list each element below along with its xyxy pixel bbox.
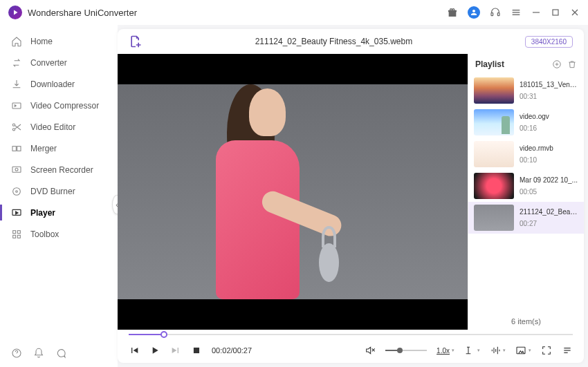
playlist-item-duration: 00:05	[520, 188, 578, 196]
chevron-down-icon: ▾	[477, 348, 480, 353]
playlist-item-name: 211124_02_Beau...	[520, 208, 578, 216]
playlist-thumbnail	[474, 109, 514, 135]
nav-label: DVD Burner	[30, 187, 75, 196]
converter-icon	[11, 57, 22, 68]
svg-rect-13	[17, 146, 21, 151]
volume-slider[interactable]	[385, 350, 427, 351]
headset-icon[interactable]	[490, 7, 501, 18]
next-button[interactable]	[170, 345, 181, 356]
toolbox-icon	[11, 229, 22, 240]
titlebar: Wondershare UniConverter	[0, 0, 588, 25]
playlist-item-name: 181015_13_Venic...	[520, 81, 578, 88]
playlist-thumbnail	[474, 173, 514, 199]
playlist-item-name: video.ogv	[520, 113, 549, 120]
playlist-item[interactable]: 181015_13_Venic...00:31	[468, 75, 584, 106]
nav-home[interactable]: Home	[0, 30, 118, 52]
nav-downloader[interactable]: Downloader	[0, 73, 118, 95]
help-icon[interactable]	[11, 348, 22, 359]
recorder-icon	[11, 164, 22, 176]
chevron-down-icon: ▾	[452, 348, 454, 353]
playlist-title: Playlist	[475, 59, 504, 69]
app-logo	[8, 6, 22, 19]
mute-icon[interactable]	[365, 345, 376, 356]
nav-label: Home	[30, 37, 53, 46]
nav-label: Toolbox	[30, 229, 59, 239]
home-icon	[11, 36, 22, 47]
svg-rect-0	[491, 13, 493, 16]
app-title: Wondershare UniConverter	[28, 8, 137, 18]
feedback-icon[interactable]	[55, 348, 66, 359]
playlist-item[interactable]: 211124_02_Beau...00:27	[468, 202, 584, 234]
playlist-trash-icon[interactable]	[567, 59, 577, 69]
nav-recorder[interactable]: Screen Recorder	[0, 159, 118, 180]
nav-compressor[interactable]: Video Compressor	[0, 95, 118, 116]
playlist-item[interactable]: Mar 09 2022 10_...00:05	[468, 170, 584, 202]
fullscreen-button[interactable]	[541, 345, 552, 356]
time-label: 00:02/00:27	[212, 346, 252, 355]
compressor-icon	[11, 100, 22, 111]
nav-label: Converter	[30, 58, 67, 68]
svg-point-17	[16, 190, 18, 192]
equalizer-button[interactable]	[490, 345, 501, 356]
account-icon[interactable]	[468, 6, 480, 19]
nav-label: Video Compressor	[30, 101, 99, 111]
download-icon	[11, 79, 22, 90]
stop-button[interactable]	[191, 345, 202, 356]
nav-editor[interactable]: Video Editor	[0, 116, 118, 138]
video-viewport[interactable]	[118, 54, 468, 330]
video-frame	[118, 84, 468, 299]
snapshot-button[interactable]	[515, 345, 526, 356]
progress-bar[interactable]	[129, 331, 573, 338]
playlist-footer: 6 item(s)	[468, 313, 584, 330]
playlist-item[interactable]: video.rmvb00:10	[468, 138, 584, 170]
playlist-item-name: Mar 09 2022 10_...	[520, 176, 578, 184]
minimize-button[interactable]	[531, 8, 541, 17]
chevron-down-icon: ▾	[529, 348, 531, 353]
playlist-thumbnail	[474, 205, 514, 231]
playlist-item-duration: 00:10	[520, 156, 553, 164]
playlist-item-name: video.rmvb	[520, 144, 553, 152]
maximize-button[interactable]	[551, 8, 560, 17]
svg-point-15	[15, 168, 18, 171]
nav-label: Downloader	[30, 79, 75, 89]
playlist-item-duration: 00:31	[520, 93, 578, 100]
current-video-title: 211124_02_Beauty Fitness_4k_035.webm	[143, 37, 525, 46]
svg-rect-6	[553, 10, 558, 15]
player-icon	[11, 207, 22, 218]
playlist-item-duration: 00:16	[520, 124, 549, 132]
playlist-thumbnail	[474, 77, 514, 104]
nav-dvd[interactable]: DVD Burner	[0, 180, 118, 202]
svg-rect-21	[13, 235, 16, 238]
player-panel: ‹ 211124_02_Beauty Fitness_4k_035.webm 3…	[118, 29, 584, 363]
nav-player[interactable]: Player	[0, 202, 118, 223]
gift-icon[interactable]	[447, 7, 458, 18]
speed-button[interactable]: 1.0x	[437, 347, 450, 355]
merger-icon	[11, 143, 22, 154]
subtitle-button[interactable]	[464, 345, 475, 356]
play-button[interactable]	[149, 345, 160, 356]
svg-rect-14	[12, 167, 21, 172]
sidebar: Home Converter Downloader Video Compress…	[0, 25, 118, 367]
playlist-item[interactable]: video.ogv00:16	[468, 106, 584, 138]
resolution-badge[interactable]: 3840X2160	[525, 36, 573, 48]
close-button[interactable]	[570, 8, 580, 17]
playlist-thumbnail	[474, 141, 514, 167]
bell-icon[interactable]	[33, 348, 44, 359]
prev-button[interactable]	[129, 345, 140, 356]
nav-merger[interactable]: Merger	[0, 138, 118, 159]
playlist-item-duration: 00:27	[520, 220, 578, 227]
hamburger-icon[interactable]	[511, 7, 522, 18]
nav-converter[interactable]: Converter	[0, 52, 118, 73]
svg-rect-22	[17, 235, 20, 238]
nav-label: Video Editor	[30, 122, 75, 132]
svg-point-16	[13, 187, 21, 195]
nav-label: Merger	[30, 144, 57, 153]
add-file-icon[interactable]	[129, 35, 143, 48]
scissors-icon	[11, 122, 22, 133]
svg-rect-20	[17, 230, 20, 233]
titlebar-actions	[447, 6, 580, 19]
playlist-add-icon[interactable]	[552, 59, 562, 69]
playlist-toggle-button[interactable]	[562, 345, 573, 356]
svg-rect-25	[194, 348, 199, 353]
nav-toolbox[interactable]: Toolbox	[0, 223, 118, 245]
